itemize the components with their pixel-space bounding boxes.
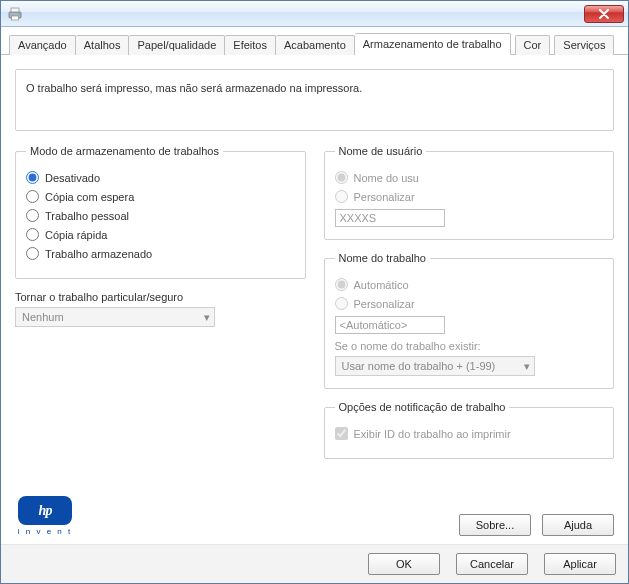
chevron-down-icon: ▾	[204, 311, 210, 324]
tab-cor[interactable]: Cor	[515, 35, 551, 55]
radio-trabalho-armazenado[interactable]	[26, 247, 39, 260]
tab-papel-qualidade[interactable]: Papel/qualidade	[129, 35, 225, 55]
description-box: O trabalho será impresso, mas não será a…	[15, 69, 614, 131]
description-text: O trabalho será impresso, mas não será a…	[26, 82, 362, 94]
secure-dropdown: Nenhum ▾	[15, 307, 215, 327]
help-button[interactable]: Ajuda	[542, 514, 614, 536]
radio-username-auto	[335, 171, 348, 184]
notify-legend: Opções de notificação de trabalho	[335, 401, 510, 413]
radio-jobname-auto	[335, 278, 348, 291]
page-buttons: Sobre... Ajuda	[459, 514, 614, 536]
svg-rect-1	[11, 8, 19, 12]
secure-dropdown-value: Nenhum	[22, 311, 64, 323]
radio-trabalho-pessoal[interactable]	[26, 209, 39, 222]
radio-label: Cópia rápida	[45, 229, 107, 241]
chevron-down-icon: ▾	[524, 360, 530, 373]
radio-label: Trabalho armazenado	[45, 248, 152, 260]
radio-copia-com-espera[interactable]	[26, 190, 39, 203]
radio-label: Desativado	[45, 172, 100, 184]
radio-label: Nome do usu	[354, 172, 419, 184]
tab-armazenamento-de-trabalho[interactable]: Armazenamento de trabalho	[355, 33, 511, 55]
jobname-auto: Automático	[335, 278, 604, 291]
cancel-button[interactable]: Cancelar	[456, 553, 528, 575]
radio-desativado[interactable]	[26, 171, 39, 184]
jobname-exists-value: Usar nome do trabalho + (1-99)	[342, 360, 496, 372]
client-area: Avançado Atalhos Papel/qualidade Efeitos…	[1, 27, 628, 583]
ok-button[interactable]: OK	[368, 553, 440, 575]
hp-logo-invent: i n v e n t	[18, 527, 72, 536]
svg-point-3	[18, 13, 20, 15]
secure-section: Tornar o trabalho particular/seguro Nenh…	[15, 291, 306, 327]
print-properties-window: Avançado Atalhos Papel/qualidade Efeitos…	[0, 0, 629, 584]
hp-logo: hp i n v e n t	[15, 496, 75, 536]
svg-rect-2	[12, 16, 19, 20]
storage-mode-desativado[interactable]: Desativado	[26, 171, 295, 184]
hp-logo-badge: hp	[18, 496, 72, 525]
radio-label: Trabalho pessoal	[45, 210, 129, 222]
page-footer: hp i n v e n t Sobre... Ajuda	[15, 496, 614, 536]
username-auto: Nome do usu	[335, 171, 604, 184]
notify-show-id: Exibir ID do trabalho ao imprimir	[335, 427, 604, 440]
radio-copia-rapida[interactable]	[26, 228, 39, 241]
username-legend: Nome de usuário	[335, 145, 427, 157]
username-group: Nome de usuário Nome do usu Personalizar	[324, 145, 615, 240]
tab-atalhos[interactable]: Atalhos	[76, 35, 130, 55]
storage-mode-trabalho-armazenado[interactable]: Trabalho armazenado	[26, 247, 295, 260]
username-custom: Personalizar	[335, 190, 604, 203]
tabstrip: Avançado Atalhos Papel/qualidade Efeitos…	[1, 27, 628, 55]
radio-username-custom	[335, 190, 348, 203]
window-close-button[interactable]	[584, 5, 624, 23]
storage-mode-group: Modo de armazenamento de trabalhos Desat…	[15, 145, 306, 279]
storage-mode-legend: Modo de armazenamento de trabalhos	[26, 145, 223, 157]
checkbox-show-id	[335, 427, 348, 440]
tab-efeitos[interactable]: Efeitos	[225, 35, 276, 55]
radio-label: Automático	[354, 279, 409, 291]
titlebar	[1, 1, 628, 27]
storage-mode-copia-rapida[interactable]: Cópia rápida	[26, 228, 295, 241]
tab-avancado[interactable]: Avançado	[9, 35, 76, 55]
username-input	[335, 209, 445, 227]
jobname-group: Nome do trabalho Automático Personalizar…	[324, 252, 615, 389]
jobname-legend: Nome do trabalho	[335, 252, 430, 264]
radio-jobname-custom	[335, 297, 348, 310]
tab-servicos[interactable]: Serviços	[554, 35, 614, 55]
printer-icon	[7, 6, 23, 22]
checkbox-label: Exibir ID do trabalho ao imprimir	[354, 428, 511, 440]
radio-label: Personalizar	[354, 298, 415, 310]
jobname-exists-dropdown: Usar nome do trabalho + (1-99) ▾	[335, 356, 535, 376]
radio-label: Personalizar	[354, 191, 415, 203]
jobname-custom: Personalizar	[335, 297, 604, 310]
secure-title: Tornar o trabalho particular/seguro	[15, 291, 306, 303]
notify-group: Opções de notificação de trabalho Exibir…	[324, 401, 615, 459]
storage-mode-copia-com-espera[interactable]: Cópia com espera	[26, 190, 295, 203]
dialog-footer: OK Cancelar Aplicar	[1, 544, 628, 583]
about-button[interactable]: Sobre...	[459, 514, 531, 536]
tab-acabamento[interactable]: Acabamento	[276, 35, 355, 55]
tabpage-armazenamento: O trabalho será impresso, mas não será a…	[1, 55, 628, 544]
radio-label: Cópia com espera	[45, 191, 134, 203]
storage-mode-trabalho-pessoal[interactable]: Trabalho pessoal	[26, 209, 295, 222]
jobname-exists-label: Se o nome do trabalho existir:	[335, 340, 604, 352]
jobname-input	[335, 316, 445, 334]
apply-button[interactable]: Aplicar	[544, 553, 616, 575]
